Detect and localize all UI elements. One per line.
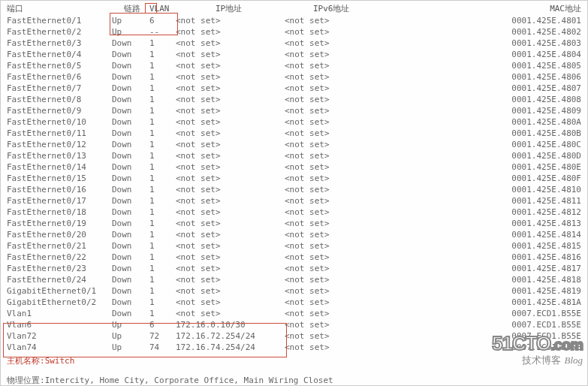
cell-mac: 0001.425E.4802 xyxy=(428,26,583,38)
cell-mac: 0001.425E.480D xyxy=(428,150,583,161)
cell-ip: 172.16.0.10/30 xyxy=(174,319,283,330)
table-row: GigabitEthernet0/1Down1<not set><not set… xyxy=(5,285,583,297)
cell-port: GigabitEthernet0/2 xyxy=(5,297,110,308)
hostname-row: 主机名称:Switch xyxy=(5,353,583,370)
cell-vlan: 1 xyxy=(148,184,174,195)
table-row: FastEthernet0/13Down1<not set><not set>0… xyxy=(5,150,583,161)
cell-ipv6: <not set> xyxy=(283,173,428,184)
cell-ipv6: <not set> xyxy=(283,161,428,173)
cell-ip: 172.16.72.254/24 xyxy=(174,330,283,342)
cell-ip: <not set> xyxy=(174,15,283,26)
table-row: FastEthernet0/2Up--<not set><not set>000… xyxy=(5,26,583,38)
location-value: Intercity, Home City, Corporate Office, … xyxy=(45,375,333,385)
cell-vlan: 1 xyxy=(148,83,174,94)
cell-link: Down xyxy=(110,38,148,49)
table-row: FastEthernet0/5Down1<not set><not set>00… xyxy=(5,60,583,71)
cell-port: FastEthernet0/14 xyxy=(5,161,110,173)
cell-port: FastEthernet0/21 xyxy=(5,240,110,252)
cell-ip: <not set> xyxy=(174,195,283,207)
cell-port: FastEthernet0/3 xyxy=(5,38,110,49)
cell-mac: 0001.425E.481A xyxy=(428,297,583,308)
cell-ip: <not set> xyxy=(174,297,283,308)
cell-ipv6: <not set> xyxy=(283,60,428,71)
cell-ip: <not set> xyxy=(174,94,283,105)
cell-vlan: 1 xyxy=(148,240,174,252)
table-row: FastEthernet0/11Down1<not set><not set>0… xyxy=(5,128,583,139)
cell-mac: 0001.425E.4810 xyxy=(428,184,583,195)
cell-vlan: 6 xyxy=(148,15,174,26)
cell-link: Down xyxy=(110,173,148,184)
cell-mac: 0001.425E.4806 xyxy=(428,71,583,83)
cell-vlan: 1 xyxy=(148,274,174,285)
cell-ipv6: <not set> xyxy=(283,240,428,252)
cell-mac: 0001.425E.4807 xyxy=(428,83,583,94)
cell-link: Down xyxy=(110,71,148,83)
cell-ip: <not set> xyxy=(174,218,283,229)
table-row: FastEthernet0/19Down1<not set><not set>0… xyxy=(5,218,583,229)
cell-vlan: 1 xyxy=(148,229,174,240)
cell-vlan: 6 xyxy=(148,319,174,330)
location-label: 物理位置: xyxy=(7,375,45,385)
cell-ip: <not set> xyxy=(174,116,283,128)
cell-port: FastEthernet0/16 xyxy=(5,184,110,195)
cell-port: FastEthernet0/7 xyxy=(5,83,110,94)
cell-vlan: 1 xyxy=(148,207,174,218)
cell-port: Vlan6 xyxy=(5,319,110,330)
cell-link: Down xyxy=(110,274,148,285)
cell-ipv6: <not set> xyxy=(283,330,428,342)
cell-port: FastEthernet0/6 xyxy=(5,71,110,83)
table-row: FastEthernet0/22Down1<not set><not set>0… xyxy=(5,252,583,263)
cell-port: FastEthernet0/22 xyxy=(5,252,110,263)
cell-ip: <not set> xyxy=(174,240,283,252)
cell-link: Down xyxy=(110,285,148,297)
cell-link: Down xyxy=(110,207,148,218)
table-row: FastEthernet0/20Down1<not set><not set>0… xyxy=(5,229,583,240)
table-row: FastEthernet0/9Down1<not set><not set>00… xyxy=(5,105,583,116)
table-row: Vlan1Down1<not set><not set>0007.ECD1.B5… xyxy=(5,308,583,319)
cell-ip: <not set> xyxy=(174,83,283,94)
cell-port: FastEthernet0/5 xyxy=(5,60,110,71)
header-link: 链路 xyxy=(110,2,148,15)
cell-link: Down xyxy=(110,297,148,308)
cell-mac: 0001.425E.480C xyxy=(428,139,583,150)
cell-port: FastEthernet0/13 xyxy=(5,150,110,161)
port-table: 端口 链路 VLAN IP地址 IPv6地址 MAC地址 FastEtherne… xyxy=(5,2,583,353)
cell-link: Down xyxy=(110,240,148,252)
cell-ip: <not set> xyxy=(174,150,283,161)
cell-vlan: 1 xyxy=(148,105,174,116)
header-port: 端口 xyxy=(5,2,110,15)
cell-mac: 0001.425E.4819 xyxy=(428,285,583,297)
header-mac: MAC地址 xyxy=(428,2,583,15)
cell-mac: 0001.425E.4811 xyxy=(428,195,583,207)
cell-vlan: 1 xyxy=(148,38,174,49)
cell-mac: 0007.ECD1.B55E xyxy=(428,330,583,342)
cell-mac: 0001.425E.4808 xyxy=(428,94,583,105)
table-row: FastEthernet0/15Down1<not set><not set>0… xyxy=(5,173,583,184)
table-row: FastEthernet0/6Down1<not set><not set>00… xyxy=(5,71,583,83)
cell-port: FastEthernet0/24 xyxy=(5,274,110,285)
cell-link: Up xyxy=(110,330,148,342)
cell-ip: <not set> xyxy=(174,105,283,116)
cell-link: Down xyxy=(110,195,148,207)
cell-ip: <not set> xyxy=(174,207,283,218)
cell-port: GigabitEthernet0/1 xyxy=(5,285,110,297)
cell-link: Down xyxy=(110,308,148,319)
cell-ipv6: <not set> xyxy=(283,184,428,195)
cell-link: Down xyxy=(110,139,148,150)
cell-link: Up xyxy=(110,319,148,330)
cell-ip: <not set> xyxy=(174,308,283,319)
cell-port: FastEthernet0/1 xyxy=(5,15,110,26)
cell-port: FastEthernet0/20 xyxy=(5,229,110,240)
header-ipv6: IPv6地址 xyxy=(283,2,428,15)
header-vlan: VLAN xyxy=(148,2,174,15)
cell-port: FastEthernet0/8 xyxy=(5,94,110,105)
cell-link: Down xyxy=(110,229,148,240)
cell-vlan: 1 xyxy=(148,195,174,207)
cell-ip: <not set> xyxy=(174,49,283,60)
cell-mac: 0007.ECD1.B55E xyxy=(428,308,583,319)
cell-ipv6: <not set> xyxy=(283,229,428,240)
cell-ipv6: <not set> xyxy=(283,308,428,319)
cell-ipv6: <not set> xyxy=(283,285,428,297)
cell-mac: 0001.425E.4812 xyxy=(428,207,583,218)
cell-vlan: -- xyxy=(148,26,174,38)
